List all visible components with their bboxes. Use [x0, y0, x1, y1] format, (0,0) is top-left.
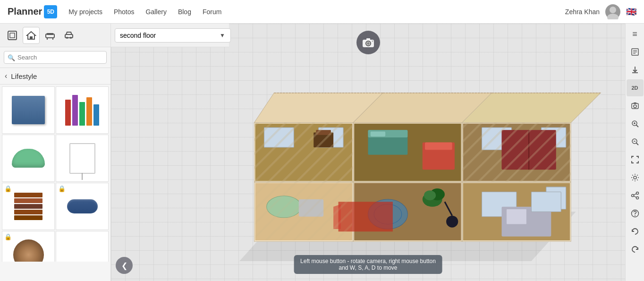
svg-rect-62: [531, 192, 561, 212]
zoom-in-icon: [631, 119, 639, 128]
search-row: 🔍: [0, 47, 110, 68]
redo-icon: [631, 245, 639, 254]
list-item[interactable]: 🔒: [2, 183, 55, 230]
fullscreen-button[interactable]: [627, 151, 644, 168]
left-toolbar: 🔍 ‹ Lifestyle: [0, 24, 111, 281]
svg-rect-48: [425, 143, 452, 150]
2d-button[interactable]: 2D: [627, 79, 644, 96]
nav-my-projects[interactable]: My projects: [68, 8, 102, 16]
svg-point-16: [372, 41, 373, 42]
search-input[interactable]: [4, 51, 107, 64]
camera-button[interactable]: [356, 31, 380, 54]
new-plan-button[interactable]: [4, 27, 21, 44]
back-arrow-icon: ‹: [5, 72, 7, 80]
logo[interactable]: Planner 5D: [8, 5, 57, 18]
search-wrapper: 🔍: [4, 51, 107, 64]
items-grid: 🔒 🔒 🔒: [0, 85, 110, 262]
menu-icon: ≡: [632, 29, 637, 39]
item-books-stack: [65, 95, 99, 126]
svg-point-85: [634, 176, 636, 179]
nav-arrow-left-button[interactable]: ❮: [116, 257, 133, 274]
svg-point-87: [631, 195, 634, 197]
header-right: Zehra Khan 🇬🇧: [565, 4, 636, 19]
redo-button[interactable]: [627, 241, 644, 258]
undo-icon: [631, 227, 639, 236]
svg-point-58: [446, 216, 458, 228]
files-button[interactable]: [627, 43, 644, 60]
svg-point-76: [634, 105, 636, 108]
item-blue-book: [12, 96, 45, 124]
main-view[interactable]: Left mouse button - rotate camera, right…: [111, 24, 625, 281]
2d-label: 2D: [631, 85, 638, 91]
list-item[interactable]: [56, 231, 109, 262]
list-item[interactable]: 🔒: [2, 231, 55, 262]
zoom-in-button[interactable]: [627, 115, 644, 132]
svg-rect-61: [507, 209, 526, 224]
download-icon: [631, 66, 639, 74]
help-button[interactable]: [627, 205, 644, 222]
svg-point-0: [610, 7, 616, 13]
category-header[interactable]: ‹ Lifestyle: [0, 68, 110, 85]
list-item[interactable]: [2, 86, 55, 134]
svg-rect-46: [371, 131, 385, 136]
nav-blog[interactable]: Blog: [178, 8, 191, 16]
svg-point-88: [636, 197, 638, 199]
menu-button[interactable]: ≡: [627, 26, 644, 43]
right-sidebar: ≡ 2D: [625, 24, 644, 281]
item-bolster: [67, 199, 98, 213]
share-button[interactable]: [627, 187, 644, 204]
user-avatar[interactable]: [605, 4, 620, 19]
zoom-out-button[interactable]: [627, 133, 644, 150]
screenshot-button[interactable]: [627, 97, 644, 114]
svg-line-83: [636, 143, 638, 145]
svg-point-14: [367, 42, 370, 45]
item-tub-wrapper: [12, 149, 45, 168]
svg-marker-68: [255, 182, 352, 240]
svg-rect-6: [47, 33, 53, 35]
list-item[interactable]: [2, 135, 55, 182]
item-books-pile: [14, 193, 42, 220]
floor-selector-row: first floor second floor third floor ▼: [111, 24, 229, 47]
svg-point-92: [635, 215, 636, 216]
svg-line-79: [636, 125, 638, 128]
flag-icon: 🇬🇧: [626, 7, 636, 17]
furniture-button[interactable]: [42, 27, 59, 44]
lock-icon: 🔒: [58, 185, 66, 192]
files-icon: [631, 48, 639, 56]
item-whiteboard-wrapper: [69, 143, 95, 174]
lock-icon: 🔒: [4, 233, 12, 240]
home-button[interactable]: [23, 27, 40, 44]
nav-gallery[interactable]: Gallery: [146, 8, 167, 16]
list-item[interactable]: [56, 86, 109, 134]
list-item[interactable]: [56, 135, 109, 182]
svg-point-57: [424, 190, 436, 200]
fullscreen-icon: [631, 155, 639, 164]
nav-forum[interactable]: Forum: [203, 8, 221, 16]
item-whiteboard: [69, 143, 95, 174]
undo-button[interactable]: [627, 223, 644, 240]
car-button[interactable]: [60, 27, 77, 44]
svg-point-10: [66, 37, 68, 39]
settings-icon: [631, 173, 639, 182]
svg-marker-67: [462, 123, 571, 182]
floor-selector[interactable]: first floor second floor third floor: [115, 28, 231, 43]
list-item[interactable]: 🔒: [56, 183, 109, 230]
download-button[interactable]: [627, 61, 644, 78]
settings-button[interactable]: [627, 169, 644, 186]
nav-photos[interactable]: Photos: [114, 8, 135, 16]
svg-marker-66: [254, 123, 353, 182]
svg-rect-15: [366, 38, 370, 40]
screenshot-icon: [631, 102, 639, 110]
icon-row: [0, 24, 110, 47]
svg-rect-4: [30, 36, 33, 39]
svg-point-11: [70, 37, 72, 39]
help-icon: [631, 209, 639, 218]
category-label: Lifestyle: [11, 72, 37, 80]
item-rug-circle: [13, 239, 44, 262]
main-nav: My projects Photos Gallery Blog Forum: [68, 8, 231, 16]
share-icon: [631, 191, 639, 200]
svg-line-90: [634, 196, 636, 197]
logo-text: Planner: [8, 6, 42, 17]
svg-line-89: [634, 194, 636, 195]
header: Planner 5D My projects Photos Gallery Bl…: [0, 0, 644, 24]
